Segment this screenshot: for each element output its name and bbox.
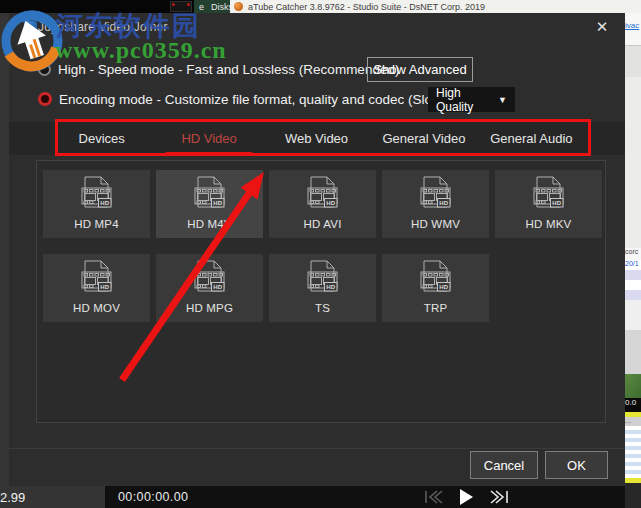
background-text-fragment: 20/1 bbox=[625, 260, 641, 270]
hd-badge: HD bbox=[439, 284, 448, 290]
format-tile-hd-mpg[interactable]: HD HD MPG bbox=[156, 254, 263, 322]
format-tile-hd-wmv[interactable]: HD HD WMV bbox=[382, 170, 489, 238]
tab-general-video[interactable]: General Video bbox=[370, 122, 477, 155]
hd-badge: HD bbox=[100, 284, 109, 290]
dialog-icon bbox=[24, 21, 37, 34]
player-bar: 00:00:00.00 bbox=[105, 486, 625, 508]
background-row-fragment bbox=[625, 290, 641, 300]
mode-row-encoding[interactable]: Encoding mode - Customize file format, q… bbox=[38, 91, 446, 107]
format-tile-label: HD MPG bbox=[186, 302, 233, 314]
format-tile-hd-mkv[interactable]: HD HD MKV bbox=[495, 170, 602, 238]
background-left-edge bbox=[0, 13, 9, 508]
format-tile-label: HD AVI bbox=[303, 218, 341, 230]
format-tile-label: HD MKV bbox=[526, 218, 572, 230]
format-tile-trp[interactable]: HD TRP bbox=[382, 254, 489, 322]
hd-badge: HD bbox=[100, 200, 109, 206]
tab-hd-video-label: HD Video bbox=[181, 131, 236, 146]
tab-web-video[interactable]: Web Video bbox=[263, 122, 370, 155]
background-row-fragment bbox=[625, 280, 641, 290]
hd-badge: HD bbox=[326, 200, 335, 206]
background-panel-fragment bbox=[625, 300, 641, 330]
radio-high-speed[interactable] bbox=[38, 63, 51, 76]
format-tile-label: HD MP4 bbox=[74, 218, 119, 230]
taskbar-strip: e Disks aTube Catcher 3.8.9762 - Studio … bbox=[0, 0, 641, 13]
format-tile-label: TRP bbox=[424, 302, 448, 314]
background-panel-fragment bbox=[625, 77, 641, 248]
player-timecode: 00:00:00.00 bbox=[118, 490, 188, 504]
background-panel-fragment bbox=[625, 330, 641, 374]
skip-end-icon[interactable] bbox=[490, 490, 510, 504]
background-row-fragment bbox=[625, 270, 641, 280]
close-icon[interactable]: ✕ bbox=[591, 16, 613, 38]
format-tile-hd-avi[interactable]: HD HD AVI bbox=[269, 170, 376, 238]
background-list-fragment bbox=[625, 426, 641, 478]
video-file-icon: HD bbox=[527, 176, 571, 218]
background-text-fragment: corc bbox=[625, 248, 641, 260]
video-file-icon: HD bbox=[188, 260, 232, 302]
cancel-button[interactable]: Cancel bbox=[470, 451, 538, 479]
mode-row-high-speed[interactable]: High - Speed mode - Fast and Lossless (R… bbox=[38, 61, 399, 77]
skip-start-icon[interactable] bbox=[423, 490, 443, 504]
video-file-icon: HD bbox=[301, 176, 345, 218]
quality-dropdown-value: High Quality bbox=[436, 86, 498, 114]
format-tile-hd-mp4[interactable]: HD HD MP4 bbox=[43, 170, 150, 238]
tab-devices[interactable]: Devices bbox=[48, 122, 155, 155]
hd-badge: HD bbox=[213, 284, 222, 290]
quality-dropdown[interactable]: High Quality ▼ bbox=[428, 87, 515, 112]
background-button-fragment bbox=[625, 45, 641, 77]
format-tile-hd-m4v[interactable]: HD HD M4V bbox=[156, 170, 263, 238]
background-dark-fragment bbox=[625, 483, 641, 508]
footer-divider bbox=[9, 448, 625, 449]
video-file-icon: HD bbox=[75, 176, 119, 218]
video-file-icon: HD bbox=[414, 260, 458, 302]
video-file-icon: HD bbox=[75, 260, 119, 302]
background-value-fragment: 0.0 bbox=[625, 398, 641, 412]
hd-badge: HD bbox=[213, 200, 222, 206]
recorder-marker bbox=[170, 1, 192, 12]
chevron-down-icon: ▼ bbox=[498, 95, 507, 105]
show-advanced-button[interactable]: Show Advanced bbox=[367, 57, 473, 82]
radio-encoding[interactable] bbox=[38, 92, 52, 106]
hd-badge: HD bbox=[552, 200, 561, 206]
format-tab-strip: Devices HD Video Web Video General Video… bbox=[9, 122, 625, 155]
taskbar-item-e: e bbox=[199, 2, 204, 12]
dialog-title: Joyoshare Video Joiner bbox=[38, 20, 168, 34]
format-tile-ts[interactable]: HD TS bbox=[269, 254, 376, 322]
format-grid-panel: HD HD MP4 HD HD M4V bbox=[36, 160, 606, 423]
background-thumbnail-fragment bbox=[625, 374, 641, 398]
background-window-titlebar: aTube Catcher 3.8.9762 - Studio Suite - … bbox=[230, 0, 641, 13]
mode-high-speed-label: High - Speed mode - Fast and Lossless (R… bbox=[58, 62, 399, 77]
format-tile-label: HD MOV bbox=[73, 302, 120, 314]
play-icon[interactable] bbox=[459, 489, 474, 505]
background-ellipsis-fragment: ... bbox=[625, 417, 641, 426]
background-app-sliver: ivac corc 20/1 0.0 ... bbox=[625, 13, 641, 508]
format-tile-hd-mov[interactable]: HD HD MOV bbox=[43, 254, 150, 322]
ok-button[interactable]: OK bbox=[545, 451, 608, 479]
format-tile-label: HD M4V bbox=[187, 218, 232, 230]
tab-hd-video[interactable]: HD Video bbox=[155, 122, 262, 155]
format-tile-label: HD WMV bbox=[411, 218, 460, 230]
video-file-icon: HD bbox=[301, 260, 345, 302]
background-window-title: aTube Catcher 3.8.9762 - Studio Suite - … bbox=[248, 2, 485, 12]
active-tab-underline bbox=[165, 152, 253, 155]
tab-general-audio[interactable]: General Audio bbox=[478, 122, 585, 155]
video-file-icon: HD bbox=[188, 176, 232, 218]
hd-badge: HD bbox=[439, 200, 448, 206]
format-tile-label: TS bbox=[315, 302, 330, 314]
atube-app-icon bbox=[234, 2, 243, 11]
mode-encoding-label: Encoding mode - Customize file format, q… bbox=[59, 92, 446, 107]
video-file-icon: HD bbox=[414, 176, 458, 218]
player-left-value: 2.99 bbox=[0, 486, 105, 508]
screen: e Disks aTube Catcher 3.8.9762 - Studio … bbox=[0, 0, 641, 508]
video-joiner-dialog: Joyoshare Video Joiner ✕ High - Speed mo… bbox=[9, 13, 625, 486]
hd-badge: HD bbox=[326, 284, 335, 290]
